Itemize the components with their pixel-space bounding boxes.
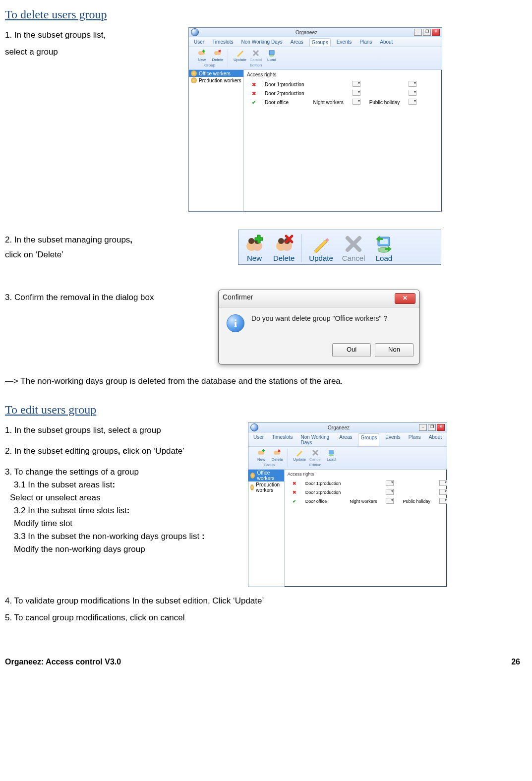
tab-events[interactable]: Events	[335, 38, 354, 47]
tab-nonworking[interactable]: Non Working Days	[239, 38, 285, 47]
sidebar-item-production[interactable]: Production workers	[248, 481, 284, 493]
calendar-select[interactable]	[409, 81, 416, 87]
tab-areas[interactable]: Areas	[289, 38, 305, 47]
main-area: Access rights ✖Door 1:production ✖Door 2…	[285, 470, 455, 587]
ribbon-tabs: User Timeslots Non Working Days Areas Gr…	[189, 37, 442, 47]
delete-step2: 2. In the subset managing groups,	[5, 235, 223, 245]
access-rights-header: Access rights	[288, 472, 452, 477]
timeslot-select[interactable]	[386, 480, 394, 486]
table-row: ✖Door 2:production	[289, 488, 451, 496]
minimize-button[interactable]: –	[414, 29, 422, 36]
close-button[interactable]: ✕	[437, 424, 445, 431]
load-button[interactable]: Load	[370, 233, 398, 263]
ribbon-delete-button[interactable]: Delete	[270, 449, 284, 462]
window-title: Organeez	[258, 425, 419, 430]
tab-plans[interactable]: Plans	[357, 38, 374, 47]
timeslot-select[interactable]	[353, 99, 360, 105]
page-number: 26	[511, 658, 520, 666]
ribbon-new-button[interactable]: New	[195, 49, 209, 62]
access-rights-header: Access rights	[247, 72, 439, 77]
dialog-yes-button[interactable]: Oui	[332, 343, 371, 357]
calendar-select[interactable]	[439, 489, 447, 495]
ribbon: New Delete Group Update	[189, 47, 442, 70]
titlebar: Organeez – ❐ ✕	[248, 423, 447, 432]
maximize-button[interactable]: ❐	[428, 424, 436, 431]
organeez-window-2: Organeez – ❐ ✕ User Timeslots Non Workin…	[248, 422, 447, 587]
svg-point-5	[269, 55, 274, 57]
dialog-message: Do you want delete group "Office workers…	[251, 314, 387, 332]
heading-edit: To edit users group	[5, 403, 520, 417]
tab-about[interactable]: About	[427, 433, 444, 446]
calendar-select[interactable]	[439, 498, 447, 504]
new-icon	[244, 234, 264, 254]
app-logo-icon	[191, 28, 199, 36]
tab-about[interactable]: About	[378, 38, 395, 47]
tab-user[interactable]: User	[251, 433, 266, 446]
ribbon-new-button[interactable]: New	[254, 449, 268, 462]
tab-events[interactable]: Events	[383, 433, 403, 446]
window-title: Organeez	[199, 30, 414, 35]
edit-step3-3: 3.3 In the subset the non-working days g…	[14, 532, 233, 541]
group-icon	[250, 484, 254, 490]
heading-delete: To delete users group	[5, 8, 520, 21]
edit-step3-3b: Modify the non-working days group	[14, 544, 233, 554]
cross-icon: ✖	[293, 481, 296, 486]
ribbon: New Delete Group Update	[248, 447, 447, 470]
timeslot-select[interactable]	[386, 498, 394, 504]
tab-plans[interactable]: Plans	[407, 433, 423, 446]
app-logo-icon	[250, 423, 258, 431]
table-row: ✖ Door 1:production	[248, 80, 420, 88]
edit-step3-2b: Modify time slot	[14, 519, 233, 529]
sidebar-item-production[interactable]: Production workers	[189, 77, 243, 84]
ribbon-delete-button[interactable]: Delete	[211, 49, 225, 62]
ribbon-load-button[interactable]: Load	[265, 49, 279, 62]
calendar-select[interactable]	[409, 90, 416, 96]
svg-rect-21	[329, 450, 334, 454]
tab-timeslots[interactable]: Timeslots	[270, 433, 295, 446]
tab-groups[interactable]: Groups	[358, 433, 379, 446]
update-button[interactable]: Update	[305, 233, 337, 263]
delete-button[interactable]: Delete	[269, 233, 298, 263]
sidebar-item-office[interactable]: Office workers	[248, 470, 284, 481]
timeslot-select[interactable]	[386, 489, 394, 495]
tab-areas[interactable]: Areas	[337, 433, 354, 446]
timeslot-select[interactable]	[353, 90, 360, 96]
confirm-dialog: Confirmer ✕ i Do you want delete group "…	[218, 290, 420, 364]
edit-step3-1b: Select or unselect areas	[5, 493, 233, 503]
edit-step5: 5. To cancel group modifications, click …	[5, 613, 520, 623]
tab-nonworking[interactable]: Non Working Days	[299, 433, 334, 446]
calendar-select[interactable]	[409, 99, 416, 105]
edit-step2: 2. In the subset editing groups, click o…	[5, 446, 233, 456]
calendar-select[interactable]	[439, 480, 447, 486]
check-icon: ✔	[293, 499, 296, 504]
cross-icon: ✖	[252, 82, 256, 87]
groups-sidebar: Office workers Production workers	[248, 470, 285, 587]
sidebar-item-office[interactable]: Office workers	[189, 70, 243, 77]
load-icon	[374, 234, 394, 254]
dialog-no-button[interactable]: Non	[375, 343, 414, 357]
ribbon-update-button[interactable]: Update	[293, 449, 306, 462]
new-button[interactable]: New	[240, 233, 268, 263]
table-row: ✖ Door 2:production	[248, 89, 420, 97]
delete-step2b: click on ‘Delete’	[5, 250, 223, 260]
dialog-close-button[interactable]: ✕	[395, 293, 415, 304]
edit-step1: 1. In the subset groups list, select a g…	[5, 425, 233, 435]
organeez-window: Organeez – ❐ ✕ User Timeslots Non Workin…	[188, 27, 442, 212]
svg-point-12	[278, 238, 284, 244]
minimize-button[interactable]: –	[419, 424, 427, 431]
timeslot-select[interactable]	[353, 81, 360, 87]
tab-groups[interactable]: Groups	[309, 38, 331, 47]
ribbon-load-button[interactable]: Load	[324, 449, 338, 462]
edit-step4: 4. To validate group modifications In th…	[5, 596, 520, 606]
maximize-button[interactable]: ❐	[423, 29, 431, 36]
cross-icon: ✖	[293, 490, 296, 495]
groups-sidebar: Office workers Production workers	[189, 70, 244, 211]
ribbon-update-button[interactable]: Update	[233, 49, 247, 62]
close-button[interactable]: ✕	[432, 29, 440, 36]
group-icon	[191, 77, 197, 83]
tab-user[interactable]: User	[192, 38, 206, 47]
ribbon-group-label: Group	[204, 63, 215, 67]
group-icon	[250, 473, 255, 479]
tab-timeslots[interactable]: Timeslots	[210, 38, 235, 47]
cross-icon: ✖	[252, 91, 256, 96]
